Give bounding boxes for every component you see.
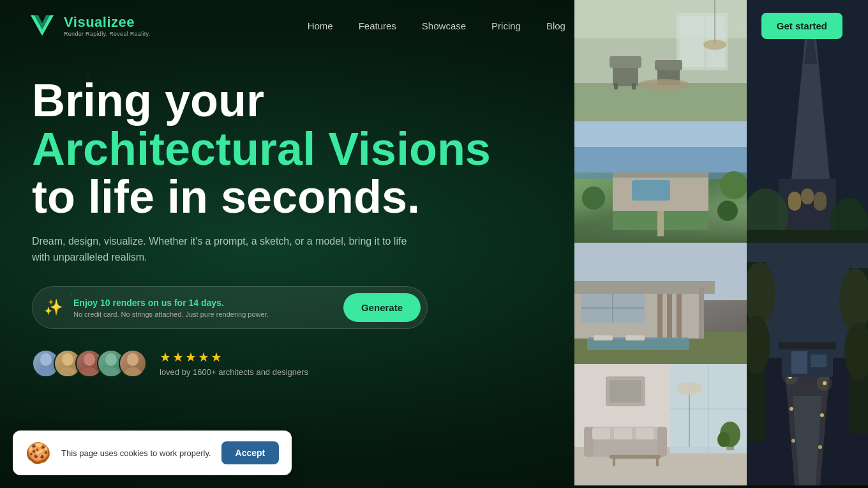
svg-point-4 bbox=[58, 367, 77, 376]
nav-item-blog[interactable]: Blog bbox=[546, 20, 565, 31]
cta-promo-bold: Enjoy 10 renders on us for 14 days. bbox=[73, 298, 224, 308]
nav-item-home[interactable]: Home bbox=[308, 20, 333, 31]
nav-links: Home Features Showcase Pricing Blog bbox=[308, 20, 565, 31]
navigation: Visualizee Render Rapidly. Reveal Realit… bbox=[0, 0, 868, 51]
hero-line1: Bring your bbox=[32, 75, 264, 126]
logo[interactable]: Visualizee Render Rapidly. Reveal Realit… bbox=[26, 9, 151, 42]
logo-text: Visualizee Render Rapidly. Reveal Realit… bbox=[64, 14, 151, 37]
logo-tagline: Render Rapidly. Reveal Reality. bbox=[64, 31, 151, 37]
logo-icon bbox=[26, 9, 59, 42]
nav-item-pricing[interactable]: Pricing bbox=[491, 20, 521, 31]
svg-point-5 bbox=[84, 353, 95, 366]
social-proof: ★★★★★ loved by 1600+ architects and desi… bbox=[32, 349, 594, 377]
rating: ★★★★★ loved by 1600+ architects and desi… bbox=[160, 349, 308, 377]
svg-point-7 bbox=[105, 353, 117, 366]
get-started-button[interactable]: Get started bbox=[761, 13, 842, 39]
svg-point-9 bbox=[127, 353, 138, 366]
hero-section: Bring your Architectural Visions to life… bbox=[32, 64, 594, 377]
sparkle-icon: ✨ bbox=[44, 298, 63, 316]
cookie-text: This page uses cookies to work properly. bbox=[61, 448, 211, 458]
nav-item-showcase[interactable]: Showcase bbox=[422, 20, 466, 31]
nav-item-features[interactable]: Features bbox=[359, 20, 396, 31]
cookie-banner: 🍪 This page uses cookies to work properl… bbox=[13, 431, 292, 475]
svg-point-1 bbox=[40, 353, 52, 366]
generate-button[interactable]: Generate bbox=[343, 293, 421, 322]
cookie-icon: 🍪 bbox=[26, 441, 51, 465]
loved-text: loved by 1600+ architects and designers bbox=[160, 367, 308, 377]
nav-right: Login Get started bbox=[722, 13, 842, 39]
svg-point-3 bbox=[62, 353, 73, 366]
cta-text: Enjoy 10 renders on us for 14 days. No c… bbox=[73, 297, 333, 319]
main-content: Bring your Architectural Visions to life… bbox=[0, 51, 868, 488]
login-button[interactable]: Login bbox=[722, 20, 746, 31]
cta-box: ✨ Enjoy 10 renders on us for 14 days. No… bbox=[32, 286, 428, 329]
svg-point-2 bbox=[36, 367, 56, 376]
cta-promo-text: Enjoy 10 renders on us for 14 days. bbox=[73, 297, 333, 310]
svg-point-6 bbox=[80, 367, 99, 376]
cta-promo-sub: No credit card. No strings attached. Jus… bbox=[73, 310, 333, 318]
logo-name: Visualizee bbox=[64, 14, 151, 31]
hero-line2: Architectural Visions bbox=[32, 125, 594, 174]
hero-line3: to life in seconds. bbox=[32, 173, 594, 222]
avatar bbox=[119, 349, 147, 377]
svg-point-10 bbox=[123, 367, 142, 376]
avatar-group bbox=[32, 349, 147, 377]
hero-headline: Bring your Architectural Visions to life… bbox=[32, 77, 594, 222]
hero-subtitle: Dream, design, visualize. Whether it's a… bbox=[32, 233, 428, 266]
star-rating: ★★★★★ bbox=[160, 349, 308, 365]
accept-cookie-button[interactable]: Accept bbox=[221, 441, 280, 464]
svg-point-8 bbox=[101, 367, 121, 376]
